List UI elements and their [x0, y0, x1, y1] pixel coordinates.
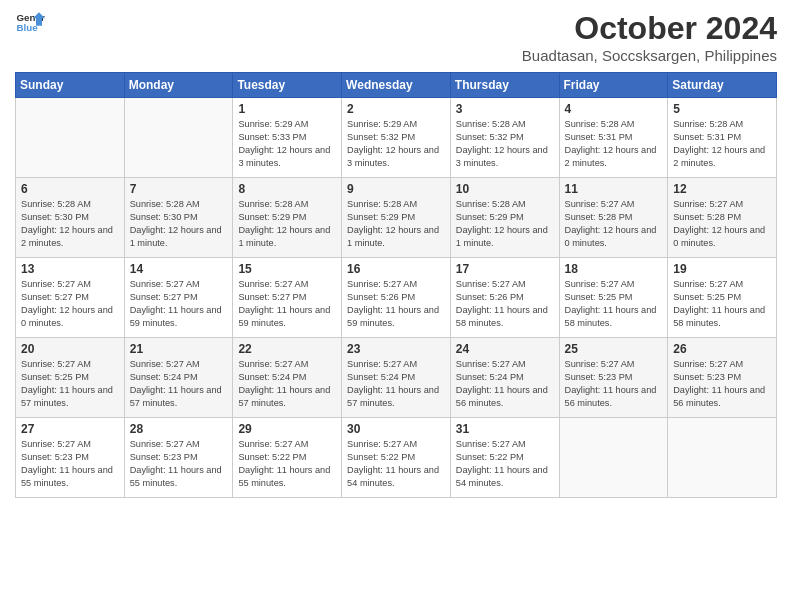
day-number: 31 — [456, 422, 554, 436]
weekday-header-wednesday: Wednesday — [342, 73, 451, 98]
svg-text:Blue: Blue — [17, 22, 39, 33]
weekday-header-saturday: Saturday — [668, 73, 777, 98]
calendar-cell-w3-d0: 13Sunrise: 5:27 AMSunset: 5:27 PMDayligh… — [16, 258, 125, 338]
day-number: 26 — [673, 342, 771, 356]
day-number: 17 — [456, 262, 554, 276]
calendar-cell-w5-d4: 31Sunrise: 5:27 AMSunset: 5:22 PMDayligh… — [450, 418, 559, 498]
calendar-cell-w4-d6: 26Sunrise: 5:27 AMSunset: 5:23 PMDayligh… — [668, 338, 777, 418]
calendar-cell-w4-d3: 23Sunrise: 5:27 AMSunset: 5:24 PMDayligh… — [342, 338, 451, 418]
calendar-cell-w1-d5: 4Sunrise: 5:28 AMSunset: 5:31 PMDaylight… — [559, 98, 668, 178]
day-number: 15 — [238, 262, 336, 276]
day-number: 20 — [21, 342, 119, 356]
logo: General Blue — [15, 10, 45, 34]
calendar-cell-w2-d2: 8Sunrise: 5:28 AMSunset: 5:29 PMDaylight… — [233, 178, 342, 258]
calendar-cell-w1-d4: 3Sunrise: 5:28 AMSunset: 5:32 PMDaylight… — [450, 98, 559, 178]
day-info: Sunrise: 5:27 AMSunset: 5:23 PMDaylight:… — [130, 438, 228, 490]
calendar-table: SundayMondayTuesdayWednesdayThursdayFrid… — [15, 72, 777, 498]
day-number: 27 — [21, 422, 119, 436]
day-number: 25 — [565, 342, 663, 356]
logo-icon: General Blue — [15, 10, 45, 34]
day-info: Sunrise: 5:27 AMSunset: 5:27 PMDaylight:… — [21, 278, 119, 330]
weekday-header-row: SundayMondayTuesdayWednesdayThursdayFrid… — [16, 73, 777, 98]
day-info: Sunrise: 5:28 AMSunset: 5:29 PMDaylight:… — [347, 198, 445, 250]
weekday-header-sunday: Sunday — [16, 73, 125, 98]
calendar-cell-w4-d4: 24Sunrise: 5:27 AMSunset: 5:24 PMDayligh… — [450, 338, 559, 418]
day-info: Sunrise: 5:27 AMSunset: 5:28 PMDaylight:… — [673, 198, 771, 250]
week-row-4: 20Sunrise: 5:27 AMSunset: 5:25 PMDayligh… — [16, 338, 777, 418]
day-info: Sunrise: 5:27 AMSunset: 5:28 PMDaylight:… — [565, 198, 663, 250]
calendar-cell-w3-d6: 19Sunrise: 5:27 AMSunset: 5:25 PMDayligh… — [668, 258, 777, 338]
day-info: Sunrise: 5:28 AMSunset: 5:30 PMDaylight:… — [21, 198, 119, 250]
day-info: Sunrise: 5:27 AMSunset: 5:26 PMDaylight:… — [456, 278, 554, 330]
day-number: 3 — [456, 102, 554, 116]
week-row-2: 6Sunrise: 5:28 AMSunset: 5:30 PMDaylight… — [16, 178, 777, 258]
day-number: 7 — [130, 182, 228, 196]
day-number: 24 — [456, 342, 554, 356]
day-info: Sunrise: 5:27 AMSunset: 5:27 PMDaylight:… — [238, 278, 336, 330]
calendar-cell-w5-d1: 28Sunrise: 5:27 AMSunset: 5:23 PMDayligh… — [124, 418, 233, 498]
day-info: Sunrise: 5:27 AMSunset: 5:22 PMDaylight:… — [456, 438, 554, 490]
calendar-cell-w4-d1: 21Sunrise: 5:27 AMSunset: 5:24 PMDayligh… — [124, 338, 233, 418]
day-info: Sunrise: 5:27 AMSunset: 5:24 PMDaylight:… — [347, 358, 445, 410]
calendar-cell-w2-d3: 9Sunrise: 5:28 AMSunset: 5:29 PMDaylight… — [342, 178, 451, 258]
weekday-header-monday: Monday — [124, 73, 233, 98]
day-info: Sunrise: 5:27 AMSunset: 5:24 PMDaylight:… — [130, 358, 228, 410]
calendar-cell-w5-d3: 30Sunrise: 5:27 AMSunset: 5:22 PMDayligh… — [342, 418, 451, 498]
day-number: 12 — [673, 182, 771, 196]
calendar-cell-w4-d0: 20Sunrise: 5:27 AMSunset: 5:25 PMDayligh… — [16, 338, 125, 418]
calendar-cell-w1-d6: 5Sunrise: 5:28 AMSunset: 5:31 PMDaylight… — [668, 98, 777, 178]
calendar-cell-w2-d0: 6Sunrise: 5:28 AMSunset: 5:30 PMDaylight… — [16, 178, 125, 258]
week-row-1: 1Sunrise: 5:29 AMSunset: 5:33 PMDaylight… — [16, 98, 777, 178]
day-info: Sunrise: 5:27 AMSunset: 5:22 PMDaylight:… — [347, 438, 445, 490]
calendar-cell-w2-d5: 11Sunrise: 5:27 AMSunset: 5:28 PMDayligh… — [559, 178, 668, 258]
day-info: Sunrise: 5:28 AMSunset: 5:31 PMDaylight:… — [673, 118, 771, 170]
page-header: General Blue October 2024 Buadtasan, Soc… — [15, 10, 777, 64]
day-info: Sunrise: 5:29 AMSunset: 5:32 PMDaylight:… — [347, 118, 445, 170]
day-number: 2 — [347, 102, 445, 116]
weekday-header-tuesday: Tuesday — [233, 73, 342, 98]
day-info: Sunrise: 5:28 AMSunset: 5:32 PMDaylight:… — [456, 118, 554, 170]
day-info: Sunrise: 5:29 AMSunset: 5:33 PMDaylight:… — [238, 118, 336, 170]
day-number: 28 — [130, 422, 228, 436]
day-info: Sunrise: 5:28 AMSunset: 5:31 PMDaylight:… — [565, 118, 663, 170]
day-number: 5 — [673, 102, 771, 116]
calendar-cell-w3-d4: 17Sunrise: 5:27 AMSunset: 5:26 PMDayligh… — [450, 258, 559, 338]
day-info: Sunrise: 5:27 AMSunset: 5:23 PMDaylight:… — [565, 358, 663, 410]
calendar-cell-w5-d5 — [559, 418, 668, 498]
day-number: 8 — [238, 182, 336, 196]
day-number: 9 — [347, 182, 445, 196]
day-info: Sunrise: 5:27 AMSunset: 5:23 PMDaylight:… — [21, 438, 119, 490]
calendar-cell-w3-d2: 15Sunrise: 5:27 AMSunset: 5:27 PMDayligh… — [233, 258, 342, 338]
week-row-3: 13Sunrise: 5:27 AMSunset: 5:27 PMDayligh… — [16, 258, 777, 338]
calendar-cell-w2-d6: 12Sunrise: 5:27 AMSunset: 5:28 PMDayligh… — [668, 178, 777, 258]
day-number: 22 — [238, 342, 336, 356]
day-info: Sunrise: 5:27 AMSunset: 5:25 PMDaylight:… — [565, 278, 663, 330]
day-info: Sunrise: 5:27 AMSunset: 5:25 PMDaylight:… — [21, 358, 119, 410]
day-info: Sunrise: 5:27 AMSunset: 5:24 PMDaylight:… — [456, 358, 554, 410]
day-number: 29 — [238, 422, 336, 436]
calendar-cell-w2-d4: 10Sunrise: 5:28 AMSunset: 5:29 PMDayligh… — [450, 178, 559, 258]
day-number: 13 — [21, 262, 119, 276]
calendar-cell-w5-d0: 27Sunrise: 5:27 AMSunset: 5:23 PMDayligh… — [16, 418, 125, 498]
day-info: Sunrise: 5:27 AMSunset: 5:23 PMDaylight:… — [673, 358, 771, 410]
day-info: Sunrise: 5:28 AMSunset: 5:29 PMDaylight:… — [238, 198, 336, 250]
day-number: 18 — [565, 262, 663, 276]
day-number: 6 — [21, 182, 119, 196]
location-subtitle: Buadtasan, Soccsksargen, Philippines — [522, 47, 777, 64]
calendar-cell-w2-d1: 7Sunrise: 5:28 AMSunset: 5:30 PMDaylight… — [124, 178, 233, 258]
day-number: 11 — [565, 182, 663, 196]
day-number: 19 — [673, 262, 771, 276]
calendar-cell-w1-d1 — [124, 98, 233, 178]
day-number: 4 — [565, 102, 663, 116]
day-number: 23 — [347, 342, 445, 356]
day-number: 14 — [130, 262, 228, 276]
calendar-cell-w5-d6 — [668, 418, 777, 498]
day-info: Sunrise: 5:27 AMSunset: 5:24 PMDaylight:… — [238, 358, 336, 410]
day-number: 30 — [347, 422, 445, 436]
day-info: Sunrise: 5:27 AMSunset: 5:27 PMDaylight:… — [130, 278, 228, 330]
calendar-cell-w3-d1: 14Sunrise: 5:27 AMSunset: 5:27 PMDayligh… — [124, 258, 233, 338]
month-title: October 2024 — [522, 10, 777, 47]
calendar-cell-w1-d3: 2Sunrise: 5:29 AMSunset: 5:32 PMDaylight… — [342, 98, 451, 178]
calendar-cell-w1-d0 — [16, 98, 125, 178]
day-number: 16 — [347, 262, 445, 276]
